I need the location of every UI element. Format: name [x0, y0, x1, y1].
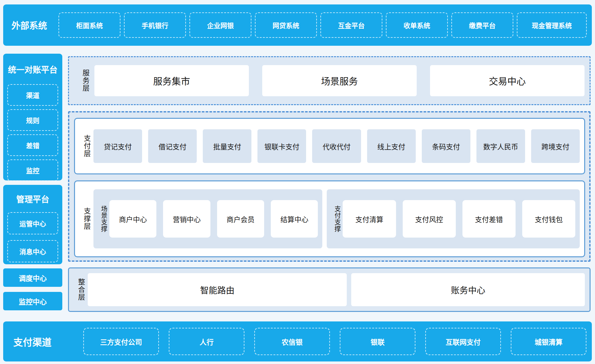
payment-channels-items: 三方支付公司 人行 农信银 银联 互联网支付 城银清算: [83, 328, 586, 355]
payment-layer-label: 支付层: [79, 135, 93, 158]
support-box-merchant-center: 商户中心: [109, 200, 156, 238]
recon-item-discrepancy: 差错: [7, 134, 58, 156]
recon-item-monitoring: 监控: [7, 159, 58, 181]
external-system-box-counter: 柜面系统: [58, 12, 120, 38]
payment-box-digital-rmb: 数字人民币: [476, 129, 525, 163]
integration-box-accounting-center: 账务中心: [351, 273, 585, 306]
payment-channels-bar: 支付渠道 三方支付公司 人行 农信银 银联 互联网支付 城银清算: [3, 321, 592, 361]
external-systems-bar: 外部系统 柜面系统 手机银行 企业网银 网贷系统 互金平台 收单系统 缴费平台 …: [3, 4, 592, 46]
payment-box-collection: 代收代付: [312, 129, 361, 163]
scenario-support-group: 场景支撑 商户中心 营销中心 商户会员 结算中心: [93, 189, 322, 248]
payment-box-online: 线上支付: [367, 129, 416, 163]
payment-box-unionpay-card: 银联卡支付: [257, 129, 306, 163]
support-box-merchant-member: 商户会员: [217, 200, 264, 238]
payment-box-batch: 批量支付: [203, 129, 251, 163]
payment-layer-section: 支付层 贷记支付 借记支付 批量支付 银联卡支付 代收代付 线上支付 条码支付 …: [74, 118, 585, 174]
payment-box-debit: 借记支付: [148, 129, 197, 163]
external-system-box-mobile-bank: 手机银行: [124, 12, 186, 38]
management-platform-title: 管理平台: [7, 185, 58, 212]
support-box-payment-risk: 支付风控: [403, 200, 456, 238]
channel-box-unionpay: 银联: [340, 328, 415, 355]
support-box-payment-wallet: 支付钱包: [522, 200, 575, 238]
left-sidebar: 统一对账平台 渠道 规则 差错 监控 管理平台 运管中心 消息中心 调度中心 监…: [3, 54, 62, 310]
reconciliation-platform-box: 统一对账平台 渠道 规则 差错 监控: [3, 54, 62, 180]
scenario-support-label: 场景支撑: [98, 206, 109, 232]
payment-box-barcode: 条码支付: [422, 129, 470, 163]
integration-box-smart-routing: 智能路由: [88, 273, 347, 306]
payment-support-group: 支付支撑 支付清算 支付风控 支付差错 支付钱包: [327, 189, 580, 248]
payment-support-wrapper: 支付层 贷记支付 借记支付 批量支付 银联卡支付 代收代付 线上支付 条码支付 …: [68, 111, 591, 262]
monitoring-center-box: 监控中心: [3, 292, 62, 310]
external-systems-items: 柜面系统 手机银行 企业网银 网贷系统 互金平台 收单系统 缴费平台 现金管理系…: [58, 12, 587, 38]
channel-box-rural-credit: 农信银: [254, 328, 330, 355]
payment-box-credit: 贷记支付: [93, 129, 142, 163]
scenario-support-items: 商户中心 营销中心 商户会员 结算中心: [109, 200, 318, 238]
support-layer-groups: 场景支撑 商户中心 营销中心 商户会员 结算中心 支付支撑 支付清算 支付风控: [93, 189, 580, 248]
service-box-market: 服务集市: [94, 65, 249, 96]
channel-box-internet-payment: 互联网支付: [425, 328, 501, 355]
support-layer-label: 支撑层: [79, 207, 93, 230]
management-platform-box: 管理平台 运管中心 消息中心: [3, 185, 62, 264]
service-layer-section: 服务层 服务集市 场景服务 交易中心: [68, 56, 591, 105]
support-box-payment-discrepancy: 支付差错: [462, 200, 516, 238]
recon-item-channel: 渠道: [7, 84, 58, 106]
support-layer-section: 支撑层 场景支撑 商户中心 营销中心 商户会员 结算中心 支付支撑: [74, 180, 585, 257]
service-layer-items: 服务集市 场景服务 交易中心: [94, 65, 585, 96]
external-system-box-internet-finance: 互金平台: [320, 12, 382, 38]
dispatch-center-box: 调度中心: [3, 268, 62, 287]
service-box-trade-center: 交易中心: [430, 65, 585, 96]
support-box-payment-clearing: 支付清算: [343, 200, 396, 238]
channel-box-city-bank-clearing: 城银清算: [511, 328, 586, 355]
channel-box-pboc: 人行: [169, 328, 244, 355]
channel-box-third-party: 三方支付公司: [83, 328, 159, 355]
recon-item-rules: 规则: [7, 109, 58, 131]
integration-layer-items: 智能路由 账务中心: [88, 273, 585, 306]
mgmt-item-operations-center: 运管中心: [7, 212, 58, 234]
payment-channels-title: 支付渠道: [3, 334, 83, 348]
integration-layer-section: 整合层 智能路由 账务中心: [68, 267, 591, 312]
external-systems-title: 外部系统: [3, 19, 58, 31]
external-system-box-acquiring: 收单系统: [386, 12, 448, 38]
service-box-scenario: 场景服务: [262, 65, 417, 96]
external-system-box-online-loan: 网贷系统: [255, 12, 317, 38]
integration-layer-label: 整合层: [74, 278, 88, 301]
payment-layer-items: 贷记支付 借记支付 批量支付 银联卡支付 代收代付 线上支付 条码支付 数字人民…: [93, 129, 580, 163]
external-system-box-corp-ebank: 企业网银: [189, 12, 251, 38]
payment-support-label: 支付支撑: [331, 206, 343, 232]
main-diagram-area: 服务层 服务集市 场景服务 交易中心 支付层 贷记支付 借记支付 批量支付 银联…: [68, 56, 591, 312]
service-layer-label: 服务层: [76, 69, 94, 92]
payment-architecture-diagram: 外部系统 柜面系统 手机银行 企业网银 网贷系统 互金平台 收单系统 缴费平台 …: [0, 0, 595, 364]
reconciliation-platform-title: 统一对账平台: [7, 54, 58, 84]
mgmt-item-message-center: 消息中心: [7, 240, 58, 262]
payment-box-cross-border: 跨境支付: [531, 129, 580, 163]
support-box-marketing-center: 营销中心: [163, 200, 210, 238]
payment-support-items: 支付清算 支付风控 支付差错 支付钱包: [343, 200, 575, 238]
external-system-box-bill-payment: 缴费平台: [451, 12, 513, 38]
external-system-box-cash-mgmt: 现金管理系统: [517, 12, 587, 38]
support-box-settlement-center: 结算中心: [271, 200, 318, 238]
